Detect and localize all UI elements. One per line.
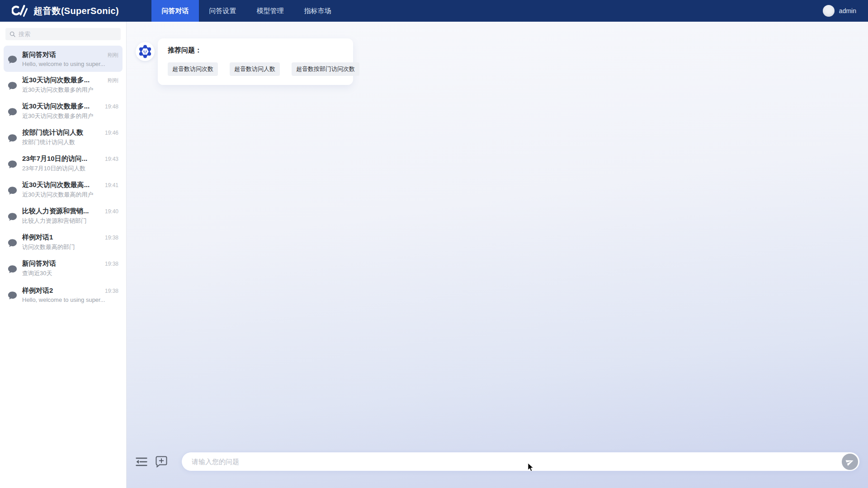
conversation-title: 近30天访问次数最多... bbox=[22, 76, 90, 84]
app-title: 超音数(SuperSonic) bbox=[33, 5, 119, 17]
conversation-subtitle: 23年7月10日的访问人数 bbox=[22, 164, 118, 173]
chat-bubble-icon bbox=[8, 291, 17, 300]
conversation-texts: 23年7月10日的访问... 19:43 23年7月10日的访问人数 bbox=[22, 155, 118, 173]
chat-bubble-icon bbox=[8, 160, 17, 169]
conversation-subtitle: Hello, welcome to using super... bbox=[22, 61, 118, 67]
nav-tab[interactable]: 问答对话 bbox=[151, 0, 199, 22]
conversation-time: 19:48 bbox=[105, 103, 118, 110]
conversation-texts: 比较人力资源和营销... 19:40 比较人力资源和营销部门 bbox=[22, 207, 118, 225]
nav-tab[interactable]: 模型管理 bbox=[246, 0, 294, 22]
recommend-title: 推荐问题： bbox=[168, 46, 343, 55]
search-box[interactable] bbox=[5, 28, 121, 40]
conversation-title: 样例对话2 bbox=[22, 286, 53, 295]
conversation-item[interactable]: 新问答对话 19:38 查询近30天 bbox=[4, 255, 123, 282]
conversation-subtitle: 近30天访问次数最多的用户 bbox=[22, 112, 118, 120]
chat-bubble-icon bbox=[8, 81, 17, 90]
nav-tabs: 问答对话 问答设置 模型管理 指标市场 bbox=[151, 0, 341, 22]
conversation-texts: 近30天访问次数最高... 19:41 近30天访问次数最高的用户 bbox=[22, 181, 118, 199]
recommend-chips: 超音数访问次数 超音数访问人数 超音数按部门访问次数 bbox=[168, 62, 343, 76]
conversation-subtitle: 按部门统计访问人数 bbox=[22, 138, 118, 146]
conversation-item[interactable]: 近30天访问次数最多... 19:48 近30天访问次数最多的用户 bbox=[4, 98, 123, 124]
conversation-title: 新问答对话 bbox=[22, 51, 56, 59]
nav-tab[interactable]: 问答设置 bbox=[199, 0, 246, 22]
chat-bubble-icon bbox=[8, 186, 17, 195]
user-avatar[interactable] bbox=[823, 5, 835, 17]
conversation-title: 新问答对话 bbox=[22, 259, 56, 268]
bot-message-row: 推荐问题： 超音数访问次数 超音数访问人数 超音数按部门访问次数 bbox=[136, 38, 353, 85]
composer-bar bbox=[136, 452, 860, 471]
conversation-time: 19:38 bbox=[105, 261, 118, 267]
conversation-item[interactable]: 新问答对话 刚刚 Hello, welcome to using super..… bbox=[4, 46, 123, 72]
conversation-title: 按部门统计访问人数 bbox=[22, 128, 83, 137]
search-input[interactable] bbox=[19, 31, 117, 38]
chat-bubble-icon bbox=[8, 55, 17, 64]
conversation-time: 刚刚 bbox=[108, 52, 118, 59]
conversation-texts: 样例对话2 19:38 Hello, welcome to using supe… bbox=[22, 286, 118, 303]
new-conversation-icon[interactable] bbox=[155, 455, 168, 468]
top-nav: 超音数(SuperSonic) 问答对话 问答设置 模型管理 指标市场 admi… bbox=[0, 0, 868, 22]
conversation-list: 新问答对话 刚刚 Hello, welcome to using super..… bbox=[0, 46, 126, 308]
nav-tab-label: 问答设置 bbox=[209, 7, 236, 15]
conversation-time: 19:41 bbox=[105, 182, 118, 188]
recommend-card: 推荐问题： 超音数访问次数 超音数访问人数 超音数按部门访问次数 bbox=[158, 38, 353, 85]
conversation-time: 19:38 bbox=[105, 235, 118, 241]
user-name: admin bbox=[839, 7, 856, 14]
conversation-time: 刚刚 bbox=[108, 77, 118, 84]
conversation-item[interactable]: 按部门统计访问人数 19:46 按部门统计访问人数 bbox=[4, 124, 123, 150]
nav-tab-label: 模型管理 bbox=[257, 7, 284, 15]
conversation-subtitle: 近30天访问次数最高的用户 bbox=[22, 191, 118, 199]
question-input[interactable] bbox=[181, 452, 860, 471]
chat-bubble-icon bbox=[8, 108, 17, 117]
chat-area: 推荐问题： 超音数访问次数 超音数访问人数 超音数按部门访问次数 bbox=[127, 22, 868, 488]
conversation-item[interactable]: 样例对话2 19:38 Hello, welcome to using supe… bbox=[4, 282, 123, 308]
conversation-item[interactable]: 近30天访问次数最多... 刚刚 近30天访问次数最多的用户 bbox=[4, 72, 123, 98]
chat-bubble-icon bbox=[8, 212, 17, 221]
conversation-item[interactable]: 23年7月10日的访问... 19:43 23年7月10日的访问人数 bbox=[4, 150, 123, 177]
conversation-title: 23年7月10日的访问... bbox=[22, 155, 87, 163]
conversation-item[interactable]: 比较人力资源和营销... 19:40 比较人力资源和营销部门 bbox=[4, 203, 123, 229]
bot-avatar-icon bbox=[136, 42, 155, 61]
supersonic-logo-icon bbox=[12, 4, 28, 18]
conversation-title: 近30天访问次数最高... bbox=[22, 181, 90, 189]
conversation-texts: 近30天访问次数最多... 19:48 近30天访问次数最多的用户 bbox=[22, 102, 118, 120]
send-plane-icon bbox=[844, 456, 855, 467]
conversation-subtitle: 访问次数最高的部门 bbox=[22, 243, 118, 251]
conversation-title: 样例对话1 bbox=[22, 233, 53, 242]
conversation-time: 19:38 bbox=[105, 288, 118, 294]
conversation-title: 近30天访问次数最多... bbox=[22, 102, 90, 111]
search-icon bbox=[9, 31, 15, 37]
conversation-item[interactable]: 近30天访问次数最高... 19:41 近30天访问次数最高的用户 bbox=[4, 177, 123, 203]
conversation-sidebar: 新问答对话 刚刚 Hello, welcome to using super..… bbox=[0, 22, 127, 488]
question-input-wrap bbox=[181, 452, 860, 471]
conversation-texts: 新问答对话 19:38 查询近30天 bbox=[22, 259, 118, 277]
conversation-item[interactable]: 样例对话1 19:38 访问次数最高的部门 bbox=[4, 229, 123, 255]
conversation-texts: 新问答对话 刚刚 Hello, welcome to using super..… bbox=[22, 51, 118, 67]
suggested-question-button[interactable]: 超音数访问次数 bbox=[168, 62, 218, 76]
send-button[interactable] bbox=[842, 454, 858, 470]
conversation-texts: 样例对话1 19:38 访问次数最高的部门 bbox=[22, 233, 118, 251]
nav-user-area[interactable]: admin bbox=[823, 0, 868, 22]
conversation-subtitle: 查询近30天 bbox=[22, 269, 118, 277]
conversation-time: 19:40 bbox=[105, 208, 118, 215]
conversation-time: 19:43 bbox=[105, 156, 118, 162]
brand: 超音数(SuperSonic) bbox=[0, 0, 151, 22]
conversation-time: 19:46 bbox=[105, 130, 118, 136]
suggested-question-button[interactable]: 超音数访问人数 bbox=[230, 62, 280, 76]
conversation-subtitle: 比较人力资源和营销部门 bbox=[22, 217, 118, 225]
chat-bubble-icon bbox=[8, 265, 17, 274]
conversation-title: 比较人力资源和营销... bbox=[22, 207, 89, 216]
nav-tab-label: 指标市场 bbox=[304, 7, 331, 15]
nav-tab[interactable]: 指标市场 bbox=[294, 0, 341, 22]
conversation-subtitle: 近30天访问次数最多的用户 bbox=[22, 86, 118, 94]
chat-bubble-icon bbox=[8, 134, 17, 143]
chat-bubble-icon bbox=[8, 239, 17, 248]
menu-fold-icon[interactable] bbox=[136, 457, 147, 467]
conversation-subtitle: Hello, welcome to using super... bbox=[22, 296, 118, 303]
conversation-texts: 近30天访问次数最多... 刚刚 近30天访问次数最多的用户 bbox=[22, 76, 118, 94]
nav-tab-label: 问答对话 bbox=[162, 7, 189, 15]
conversation-texts: 按部门统计访问人数 19:46 按部门统计访问人数 bbox=[22, 128, 118, 146]
suggested-question-button[interactable]: 超音数按部门访问次数 bbox=[292, 62, 359, 76]
